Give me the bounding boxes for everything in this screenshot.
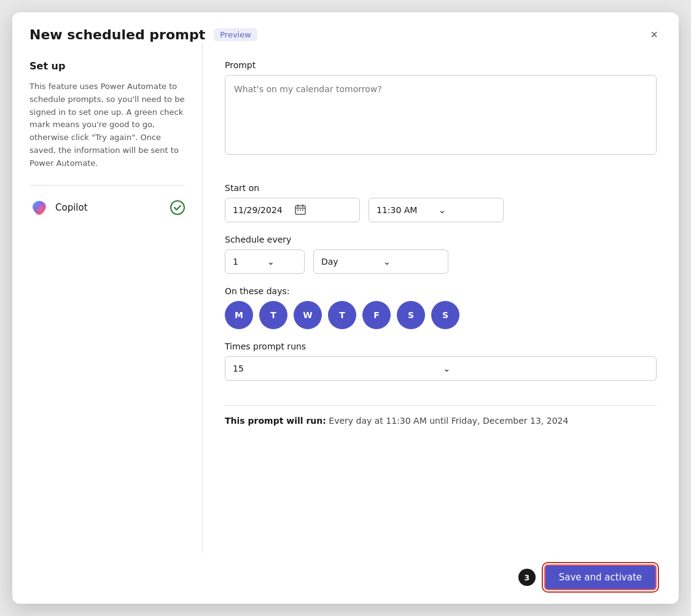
dialog-title: New scheduled prompt: [29, 27, 205, 42]
schedule-row: 1 ⌄ Day ⌄: [225, 249, 657, 274]
step-badge: 3: [518, 569, 536, 586]
days-row: M T W T F S S: [225, 301, 657, 329]
summary-text: This prompt will run: Every day at 11:30…: [225, 416, 657, 426]
dialog: New scheduled prompt Preview × Set up Th…: [12, 12, 679, 604]
chevron-down-icon: ⌄: [383, 257, 440, 267]
preview-badge: Preview: [214, 28, 257, 41]
day-thursday[interactable]: T: [328, 301, 356, 329]
chevron-down-icon: ⌄: [439, 205, 496, 215]
day-wednesday[interactable]: W: [294, 301, 322, 329]
schedule-period-value: Day: [321, 257, 378, 267]
day-sunday[interactable]: S: [431, 301, 459, 329]
times-runs-label: Times prompt runs: [225, 341, 657, 351]
dialog-body: Set up This feature uses Power Automate …: [12, 43, 679, 553]
day-tuesday[interactable]: T: [259, 301, 287, 329]
start-on-label: Start on: [225, 183, 657, 193]
schedule-num-select[interactable]: 1 ⌄: [225, 249, 305, 274]
svg-point-1: [171, 201, 184, 214]
date-picker[interactable]: 11/29/2024: [225, 198, 360, 222]
schedule-label: Schedule every: [225, 235, 657, 244]
sidebar-divider: [29, 185, 185, 185]
calendar-icon: [295, 204, 352, 217]
start-on-section: Start on 11/29/2024: [225, 183, 657, 222]
on-these-days-label: On these days:: [225, 286, 657, 296]
prompt-textarea[interactable]: [225, 75, 657, 155]
day-monday[interactable]: M: [225, 301, 253, 329]
check-icon: [170, 200, 185, 215]
times-runs-select[interactable]: 15 ⌄: [225, 356, 657, 381]
prompt-label: Prompt: [225, 60, 657, 70]
dialog-header: New scheduled prompt Preview ×: [12, 12, 679, 43]
copilot-icon: [29, 198, 49, 217]
close-button[interactable]: ×: [647, 26, 662, 43]
date-value: 11/29/2024: [233, 205, 290, 215]
chevron-down-icon: ⌄: [267, 257, 297, 267]
copilot-label: Copilot: [55, 202, 164, 213]
copilot-row: Copilot: [29, 198, 185, 217]
summary-divider: [225, 405, 657, 406]
sidebar-description: This feature uses Power Automate to sche…: [29, 80, 185, 170]
on-these-days-section: On these days: M T W T F S S: [225, 286, 657, 329]
summary-label: This prompt will run:: [225, 416, 326, 426]
day-saturday[interactable]: S: [397, 301, 425, 329]
svg-rect-8: [302, 209, 303, 211]
prompt-section: Prompt: [225, 60, 657, 171]
times-runs-section: Times prompt runs 15 ⌄: [225, 341, 657, 381]
schedule-period-select[interactable]: Day ⌄: [313, 249, 448, 274]
times-runs-value: 15: [233, 364, 439, 373]
summary-value: Every day at 11:30 AM until Friday, Dece…: [329, 416, 568, 426]
sidebar-title: Set up: [29, 60, 185, 72]
time-value: 11:30 AM: [377, 205, 434, 215]
day-friday[interactable]: F: [362, 301, 391, 329]
save-activate-button[interactable]: Save and activate: [544, 564, 657, 590]
time-picker[interactable]: 11:30 AM ⌄: [369, 198, 504, 222]
sidebar: Set up This feature uses Power Automate …: [12, 43, 203, 553]
dialog-footer: 3 Save and activate: [12, 553, 679, 604]
schedule-section: Schedule every 1 ⌄ Day ⌄: [225, 235, 657, 274]
svg-rect-6: [297, 209, 299, 211]
svg-rect-7: [300, 209, 301, 211]
schedule-num-value: 1: [233, 257, 262, 267]
chevron-down-icon: ⌄: [443, 364, 649, 373]
start-on-row: 11/29/2024: [225, 198, 657, 222]
main-content: Prompt Start on 11/29/2024: [203, 43, 679, 553]
